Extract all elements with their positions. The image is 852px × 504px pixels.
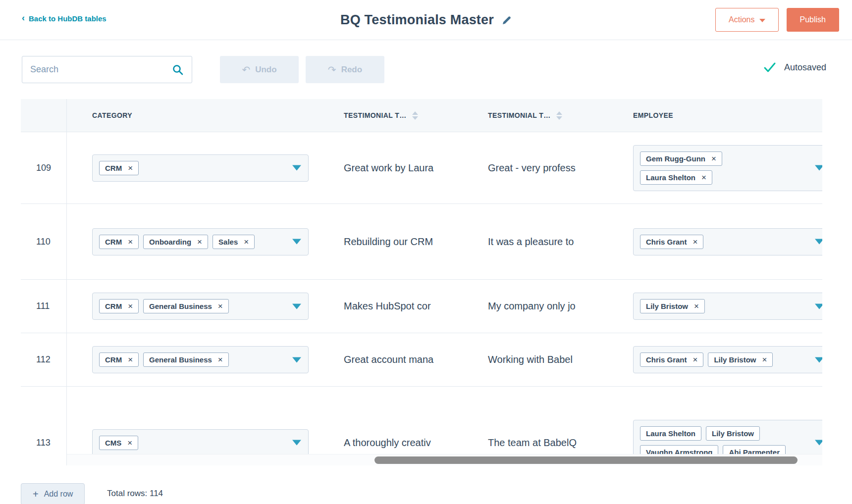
testimonial-title-cell[interactable]: Great work by Laura [326, 162, 470, 174]
testimonial-title-cell[interactable]: A thoroughly creativ [326, 437, 470, 449]
multiselect-dropdown[interactable]: CMS× [92, 429, 309, 456]
employee-cell[interactable]: Chris Grant× [614, 228, 822, 255]
testimonial-text-cell[interactable]: The team at BabelQ [470, 437, 614, 449]
tag-label: Laura Shelton [646, 173, 695, 182]
dropdown-arrow-icon[interactable] [815, 357, 822, 362]
multiselect-dropdown[interactable]: CRM× [92, 154, 309, 182]
testimonial-text-cell[interactable]: My company only jo [470, 301, 614, 312]
category-cell[interactable]: CRM×General Business× [67, 293, 326, 320]
sort-toggle-icon[interactable] [412, 111, 418, 120]
employee-cell[interactable]: Chris Grant×Lily Bristow× [614, 346, 822, 373]
remove-tag-icon[interactable]: × [693, 238, 698, 246]
employee-cell[interactable]: Gem Rugg-Gunn×Laura Shelton× [614, 145, 822, 191]
remove-tag-icon[interactable]: × [197, 238, 202, 246]
tag[interactable]: General Business× [143, 353, 229, 367]
remove-tag-icon[interactable]: × [701, 173, 706, 182]
actions-button[interactable]: Actions [715, 8, 778, 32]
tag[interactable]: Laura Shelton× [640, 170, 712, 185]
multiselect-dropdown[interactable]: CRM×Onboarding×Sales× [92, 228, 309, 255]
search-input[interactable] [30, 64, 172, 75]
dropdown-arrow-icon[interactable] [815, 303, 822, 309]
horizontal-scrollbar-track[interactable] [67, 454, 822, 465]
add-row-button[interactable]: + Add row [21, 483, 85, 504]
tag[interactable]: Laura Shelton [640, 426, 701, 441]
remove-tag-icon[interactable]: × [128, 238, 133, 246]
tag[interactable]: Onboarding× [143, 235, 208, 249]
tag[interactable]: Sales× [213, 235, 255, 249]
remove-tag-icon[interactable]: × [218, 355, 223, 364]
tag-group: Chris Grant×Lily Bristow× [640, 353, 809, 367]
edit-pencil-icon[interactable] [502, 15, 512, 25]
multiselect-dropdown[interactable]: Gem Rugg-Gunn×Laura Shelton× [633, 145, 822, 191]
tag-label: Chris Grant [646, 355, 687, 364]
dropdown-arrow-icon[interactable] [292, 239, 301, 245]
tag-label: Lily Bristow [712, 429, 754, 438]
employee-cell[interactable]: Lily Bristow× [614, 293, 822, 320]
category-cell[interactable]: CRM×Onboarding×Sales× [67, 228, 326, 255]
dropdown-arrow-icon[interactable] [292, 303, 301, 309]
tag-label: Gem Rugg-Gunn [646, 154, 705, 163]
testimonial-title-cell[interactable]: Makes HubSpot cor [326, 301, 470, 312]
category-cell[interactable]: CRM×General Business× [67, 346, 326, 373]
testimonial-title-cell[interactable]: Rebuilding our CRM [326, 236, 470, 248]
tag-label: General Business [149, 355, 212, 364]
tag[interactable]: CRM× [99, 299, 139, 313]
tag-label: CRM [105, 302, 122, 310]
remove-tag-icon[interactable]: × [694, 302, 699, 310]
multiselect-dropdown[interactable]: Chris Grant×Lily Bristow× [633, 346, 822, 373]
undo-icon: ↶ [242, 64, 250, 76]
category-cell[interactable]: CRM× [67, 154, 326, 182]
add-row-button-label: Add row [44, 490, 73, 499]
remove-tag-icon[interactable]: × [127, 439, 132, 447]
tag[interactable]: CRM× [99, 161, 139, 175]
publish-button[interactable]: Publish [787, 8, 839, 32]
tag[interactable]: General Business× [143, 299, 229, 313]
tag-group: Gem Rugg-Gunn×Laura Shelton× [640, 151, 809, 185]
tag[interactable]: Chris Grant× [640, 353, 703, 367]
testimonial-text-cell[interactable]: Great - very profess [470, 162, 614, 174]
multiselect-dropdown[interactable]: CRM×General Business× [92, 293, 309, 320]
remove-tag-icon[interactable]: × [762, 355, 767, 364]
tag[interactable]: Lily Bristow× [640, 299, 705, 313]
tag[interactable]: Lily Bristow× [708, 353, 773, 367]
horizontal-scrollbar-thumb[interactable] [374, 456, 798, 464]
remove-tag-icon[interactable]: × [218, 302, 223, 310]
dropdown-arrow-icon[interactable] [292, 357, 301, 362]
multiselect-dropdown[interactable]: Lily Bristow× [633, 293, 822, 320]
column-header-label: TESTIMONIAL T… [488, 111, 551, 119]
table-row: 111CRM×General Business×Makes HubSpot co… [21, 280, 822, 333]
remove-tag-icon[interactable]: × [711, 154, 716, 163]
testimonial-title-cell[interactable]: Great account mana [326, 354, 470, 365]
search-icon [172, 64, 184, 76]
category-cell[interactable]: CMS× [67, 429, 326, 456]
search-box[interactable] [22, 56, 192, 83]
testimonial-text-cell[interactable]: Working with Babel [470, 354, 614, 365]
remove-tag-icon[interactable]: × [128, 164, 133, 172]
tag[interactable]: CMS× [99, 436, 138, 450]
dropdown-arrow-icon[interactable] [815, 239, 822, 245]
remove-tag-icon[interactable]: × [128, 355, 133, 364]
dropdown-arrow-icon[interactable] [292, 440, 301, 446]
dropdown-arrow-icon[interactable] [815, 165, 822, 171]
table-header-row: CATEGORY TESTIMONIAL T… TESTIMONIAL T… E… [21, 99, 822, 132]
back-to-hubdb-link[interactable]: ‹ Back to HubDB tables [22, 14, 106, 23]
tag[interactable]: CRM× [99, 235, 139, 249]
tag[interactable]: Gem Rugg-Gunn× [640, 151, 722, 166]
dropdown-arrow-icon[interactable] [815, 440, 822, 446]
remove-tag-icon[interactable]: × [244, 238, 249, 246]
undo-button[interactable]: ↶ Undo [220, 56, 299, 83]
table-body: 109CRM×Great work by LauraGreat - very p… [21, 132, 822, 465]
tag[interactable]: Lily Bristow [706, 426, 760, 441]
tag[interactable]: CRM× [99, 353, 139, 367]
testimonial-text-cell[interactable]: It was a pleasure to [470, 236, 614, 248]
multiselect-dropdown[interactable]: CRM×General Business× [92, 346, 309, 373]
tag[interactable]: Chris Grant× [640, 235, 703, 249]
remove-tag-icon[interactable]: × [693, 355, 698, 364]
dropdown-arrow-icon[interactable] [292, 165, 301, 171]
sort-toggle-icon[interactable] [556, 111, 562, 120]
table-footer: + Add row Total rows: 114 [0, 475, 852, 504]
redo-button[interactable]: ↷ Redo [306, 56, 384, 83]
remove-tag-icon[interactable]: × [128, 302, 133, 310]
column-header-label: TESTIMONIAL T… [344, 111, 407, 119]
multiselect-dropdown[interactable]: Chris Grant× [633, 228, 822, 255]
